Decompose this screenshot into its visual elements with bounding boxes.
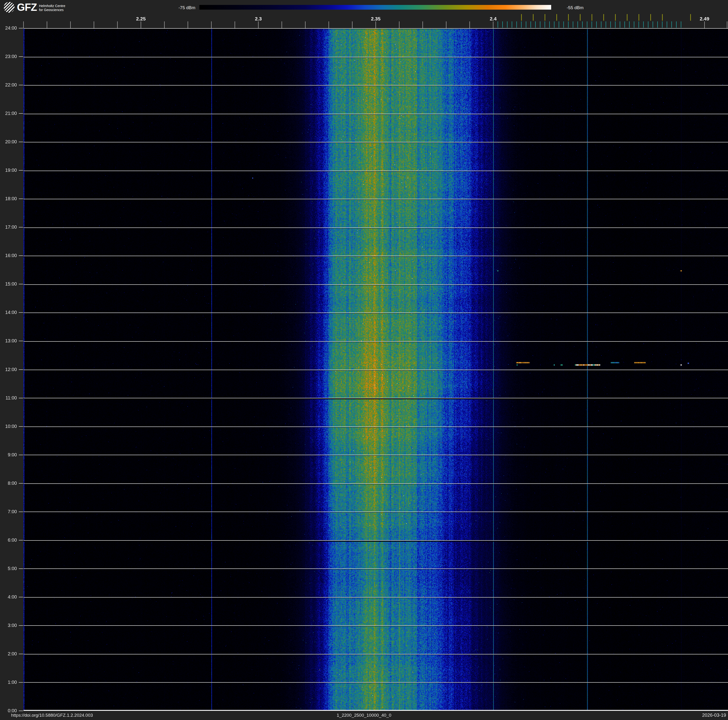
time-tick-label: 17:00 <box>0 224 17 230</box>
time-tick <box>19 654 23 654</box>
time-tick-label: 6:00 <box>0 538 17 543</box>
freq-minor-tick <box>47 21 47 28</box>
wifi-channel-tick <box>544 14 545 21</box>
time-tick-label: 14:00 <box>0 310 17 315</box>
freq-minor-tick <box>141 21 141 28</box>
ble-channel-tick <box>648 21 648 28</box>
ble-channel-tick <box>643 21 644 28</box>
freq-minor-tick <box>376 21 376 28</box>
freq-minor-tick <box>94 21 94 28</box>
freq-minor-tick <box>329 21 329 28</box>
ble-channel-tick <box>596 21 597 28</box>
wifi-channel-tick <box>568 14 569 21</box>
time-tick <box>19 483 23 484</box>
freq-tick-label: 2.4 <box>489 16 496 21</box>
ble-channel-tick <box>498 21 498 28</box>
ble-channel-tick <box>667 21 667 28</box>
freq-minor-tick <box>493 21 493 28</box>
ble-channel-tick <box>681 21 681 28</box>
freq-minor-tick <box>422 21 423 28</box>
ble-channel-tick <box>507 21 508 28</box>
ble-channel-tick <box>512 21 512 28</box>
gfz-logo-subtitle-line2: for Geosciences <box>39 8 65 12</box>
time-tick-label: 20:00 <box>0 139 17 144</box>
time-tick <box>19 142 23 142</box>
time-tick-label: 24:00 <box>0 25 17 31</box>
time-tick-label: 8:00 <box>0 481 17 486</box>
time-tick <box>19 682 23 683</box>
time-tick-label: 19:00 <box>0 167 17 173</box>
wifi-channel-tick <box>650 14 651 21</box>
time-tick-label: 22:00 <box>0 82 17 88</box>
wifi-channel-tick <box>592 14 592 21</box>
time-tick <box>19 369 23 370</box>
wifi-channel-tick <box>580 14 581 21</box>
wifi-channel-tick <box>690 14 691 21</box>
ble-channel-tick <box>657 21 658 28</box>
ble-channel-tick <box>592 21 592 28</box>
time-tick-label: 4:00 <box>0 594 17 600</box>
time-tick-label: 12:00 <box>0 367 17 372</box>
wifi-channel-tick <box>533 14 534 21</box>
ble-channel-tick <box>615 21 615 28</box>
time-tick <box>19 540 23 541</box>
ble-channel-tick <box>563 21 564 28</box>
ble-channel-tick <box>573 21 573 28</box>
wifi-channel-tick <box>639 14 639 21</box>
freq-minor-tick <box>704 21 705 28</box>
freq-minor-tick <box>164 21 165 28</box>
ble-channel-tick <box>502 21 503 28</box>
gfz-logo-subtitle-line1: Helmholtz Centre <box>39 4 65 8</box>
ble-channel-tick <box>516 21 517 28</box>
freq-minor-tick <box>117 21 118 28</box>
wifi-channel-tick <box>556 14 557 21</box>
time-tick <box>19 113 23 114</box>
ble-channel-tick <box>639 21 639 28</box>
freq-minor-tick <box>258 21 258 28</box>
time-tick <box>19 341 23 341</box>
time-tick <box>19 625 23 626</box>
colorbar-min-label: -75 dBm <box>179 5 196 10</box>
ble-channel-tick <box>620 21 620 28</box>
footer-date: 2026-03-19 <box>702 712 726 718</box>
time-tick <box>19 199 23 199</box>
time-tick-label: 18:00 <box>0 196 17 201</box>
ble-channel-tick <box>578 21 578 28</box>
time-tick-label: 13:00 <box>0 338 17 343</box>
gfz-logo-subtitle: Helmholtz Centre for Geosciences <box>39 4 65 12</box>
freq-minor-tick <box>399 21 399 28</box>
time-tick-label: 9:00 <box>0 452 17 458</box>
time-tick <box>19 227 23 227</box>
freq-minor-tick <box>211 21 212 28</box>
ble-channel-tick <box>526 21 526 28</box>
ble-channel-tick <box>549 21 550 28</box>
time-tick-label: 15:00 <box>0 281 17 287</box>
time-tick-label: 5:00 <box>0 566 17 571</box>
freq-minor-tick <box>470 21 470 28</box>
time-tick-label: 7:00 <box>0 509 17 515</box>
ble-channel-tick <box>535 21 536 28</box>
ble-channel-tick <box>653 21 653 28</box>
ble-channel-tick <box>606 21 606 28</box>
ble-channel-tick <box>587 21 587 28</box>
time-tick <box>19 85 23 85</box>
freq-minor-tick <box>446 21 447 28</box>
ble-channel-tick <box>582 21 583 28</box>
ble-channel-tick <box>568 21 569 28</box>
time-tick <box>19 455 23 455</box>
time-tick <box>19 512 23 512</box>
freq-minor-tick <box>352 21 352 28</box>
time-tick <box>19 398 23 398</box>
freq-minor-tick <box>188 21 188 28</box>
time-tick <box>19 426 23 427</box>
wifi-channel-tick <box>627 14 627 21</box>
ble-channel-tick <box>531 21 531 28</box>
freq-tick-label: 2.25 <box>136 16 146 21</box>
wifi-channel-tick <box>662 14 663 21</box>
wifi-channel-tick <box>521 14 522 21</box>
time-tick-label: 3:00 <box>0 623 17 628</box>
time-tick-label: 11:00 <box>0 395 17 401</box>
freq-minor-tick <box>281 21 282 28</box>
time-tick-label: 1:00 <box>0 680 17 685</box>
ble-channel-tick <box>676 21 677 28</box>
